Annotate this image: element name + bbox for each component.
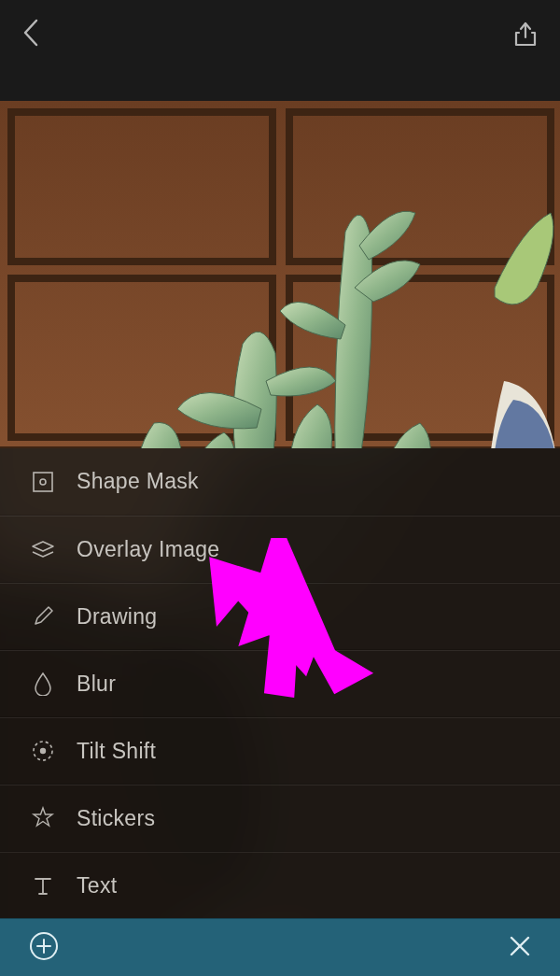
svg-point-16 bbox=[40, 748, 46, 754]
tools-menu: Shape Mask Overlay Image Drawing Blur bbox=[0, 448, 560, 918]
menu-item-shape-mask[interactable]: Shape Mask bbox=[0, 448, 560, 516]
menu-item-label: Drawing bbox=[77, 604, 157, 629]
menu-item-label: Shape Mask bbox=[77, 469, 199, 494]
menu-item-drawing[interactable]: Drawing bbox=[0, 583, 560, 650]
image-preview bbox=[0, 101, 560, 448]
svg-rect-13 bbox=[34, 473, 52, 491]
tilt-shift-icon bbox=[30, 738, 56, 764]
menu-item-overlay-image[interactable]: Overlay Image bbox=[0, 516, 560, 583]
menu-item-label: Tilt Shift bbox=[77, 739, 156, 764]
menu-item-stickers[interactable]: Stickers bbox=[0, 785, 560, 852]
top-bar bbox=[0, 0, 560, 101]
menu-item-label: Blur bbox=[77, 672, 116, 697]
drawing-icon bbox=[30, 603, 56, 629]
close-button[interactable] bbox=[508, 934, 532, 962]
shape-mask-icon bbox=[30, 469, 56, 495]
menu-item-label: Stickers bbox=[77, 806, 155, 831]
menu-item-label: Text bbox=[77, 873, 117, 898]
share-button[interactable] bbox=[511, 17, 539, 49]
svg-point-14 bbox=[40, 479, 46, 485]
menu-item-text[interactable]: Text bbox=[0, 852, 560, 919]
menu-item-blur[interactable]: Blur bbox=[0, 650, 560, 717]
stickers-icon bbox=[30, 805, 56, 831]
bottom-bar bbox=[0, 918, 560, 976]
menu-item-label: Overlay Image bbox=[77, 537, 219, 562]
add-button[interactable] bbox=[28, 930, 60, 966]
overlay-image-icon bbox=[30, 536, 56, 562]
menu-item-tilt-shift[interactable]: Tilt Shift bbox=[0, 717, 560, 785]
text-icon bbox=[30, 872, 56, 898]
back-button[interactable] bbox=[21, 17, 39, 49]
blur-icon bbox=[30, 671, 56, 697]
